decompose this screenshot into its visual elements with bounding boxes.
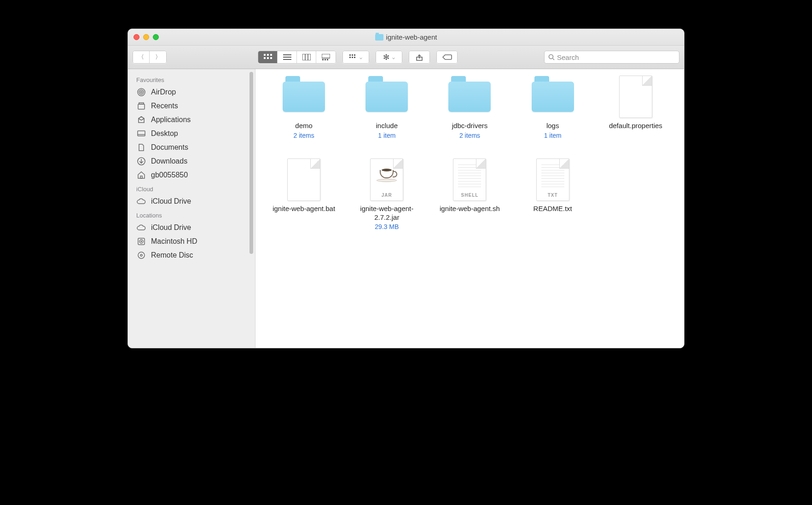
file-name: jdbc-drivers <box>452 122 488 130</box>
folder-icon <box>375 34 383 41</box>
file-item[interactable]: demo 2 items <box>265 76 343 139</box>
svg-rect-33 <box>138 131 145 136</box>
chevron-down-icon: ⌵ <box>360 55 362 60</box>
sidebar-item-desktop[interactable]: Desktop <box>128 127 255 141</box>
zoom-window-button[interactable] <box>153 34 159 40</box>
jar-file-icon: JAR <box>370 159 403 201</box>
file-item[interactable]: include 1 item <box>348 76 426 139</box>
svg-line-31 <box>139 118 141 120</box>
sidebar-item-airdrop[interactable]: AirDrop <box>128 85 255 99</box>
shell-file-icon: SHELL <box>453 159 486 201</box>
tag-icon <box>442 54 452 60</box>
file-item[interactable]: jdbc-drivers 2 items <box>430 76 509 139</box>
back-button[interactable]: 〈 <box>133 51 150 63</box>
share-button[interactable] <box>409 51 430 64</box>
svg-point-40 <box>141 241 142 242</box>
action-menu-button[interactable]: ✻ ⌵ <box>376 51 402 64</box>
svg-point-24 <box>549 55 553 59</box>
file-name: ignite-web-agent.bat <box>273 205 335 213</box>
svg-rect-3 <box>264 57 266 59</box>
finder-window: ignite-web-agent 〈 〉 <box>128 29 684 348</box>
icon-view-button[interactable] <box>258 51 278 63</box>
window-body: Favourites AirDrop Recents Applications … <box>128 69 684 348</box>
close-window-button[interactable] <box>133 34 139 40</box>
search-icon <box>548 54 555 60</box>
svg-rect-1 <box>267 54 269 56</box>
sidebar-item-macintosh-hd[interactable]: Macintosh HD <box>128 235 255 248</box>
downloads-icon <box>136 157 146 165</box>
toolbar: 〈 〉 ⌵ <box>128 46 684 69</box>
svg-rect-2 <box>270 54 272 56</box>
svg-rect-19 <box>349 57 351 58</box>
sidebar-item-recents[interactable]: Recents <box>128 99 255 113</box>
search-input[interactable] <box>557 53 675 61</box>
file-item[interactable]: ignite-web-agent.bat <box>265 159 343 231</box>
svg-rect-0 <box>264 54 266 56</box>
window-title-text: ignite-web-agent <box>386 33 437 41</box>
sidebar-item-documents[interactable]: Documents <box>128 141 255 154</box>
file-name: logs <box>546 122 559 130</box>
chevron-right-icon: 〉 <box>155 53 161 61</box>
window-controls <box>133 34 159 40</box>
list-view-button[interactable] <box>278 51 297 63</box>
gallery-view-button[interactable] <box>316 51 336 63</box>
folder-icon <box>448 82 491 112</box>
svg-rect-16 <box>349 54 351 56</box>
svg-rect-14 <box>325 59 326 60</box>
svg-point-41 <box>138 252 145 258</box>
group-by-button[interactable]: ⌵ <box>342 51 369 64</box>
file-item[interactable]: TXT README.txt <box>514 159 592 231</box>
file-subtitle: 1 item <box>544 132 562 139</box>
svg-rect-30 <box>139 103 144 104</box>
sidebar-item-downloads[interactable]: Downloads <box>128 154 255 168</box>
file-name: ignite-web-agent-2.7.2.jar <box>350 205 423 222</box>
svg-rect-18 <box>354 54 355 56</box>
file-icon <box>287 159 320 201</box>
svg-rect-20 <box>352 57 353 58</box>
airdrop-icon <box>136 88 146 96</box>
sidebar-section-icloud: iCloud <box>128 182 255 194</box>
sidebar-item-home[interactable]: gb0055850 <box>128 168 255 182</box>
svg-point-27 <box>139 90 144 94</box>
file-name: include <box>376 122 398 130</box>
sidebar-item-label: Downloads <box>151 157 187 165</box>
sidebar-item-remote-disc[interactable]: Remote Disc <box>128 248 255 262</box>
svg-rect-21 <box>354 57 355 58</box>
file-name: default.properties <box>609 122 662 130</box>
svg-rect-5 <box>270 57 272 59</box>
column-view-button[interactable] <box>297 51 316 63</box>
txt-file-icon: TXT <box>536 159 569 201</box>
svg-rect-4 <box>267 57 269 59</box>
file-item[interactable]: SHELL ignite-web-agent.sh <box>430 159 509 231</box>
file-item[interactable]: JAR ignite-web-agent-2.7.2.jar 29.3 MB <box>348 159 426 231</box>
file-item[interactable]: default.properties <box>597 76 675 139</box>
sidebar-item-icloud-drive-loc[interactable]: iCloud Drive <box>128 221 255 235</box>
desktop-icon <box>136 129 146 138</box>
file-item[interactable]: logs 1 item <box>514 76 592 139</box>
sidebar-item-applications[interactable]: Applications <box>128 113 255 127</box>
cloud-icon <box>136 224 146 231</box>
sidebar-item-label: Recents <box>151 102 178 110</box>
view-mode-switcher <box>258 51 336 64</box>
svg-line-25 <box>553 59 554 60</box>
file-name: demo <box>295 122 313 130</box>
scrollbar[interactable] <box>249 72 253 254</box>
svg-rect-29 <box>138 104 145 109</box>
minimize-window-button[interactable] <box>143 34 149 40</box>
file-name: ignite-web-agent.sh <box>440 205 500 213</box>
cloud-icon <box>136 198 146 205</box>
svg-point-42 <box>140 254 142 256</box>
disc-icon <box>136 251 146 259</box>
svg-line-32 <box>141 118 144 120</box>
recents-icon <box>136 102 146 110</box>
search-field[interactable] <box>544 51 679 64</box>
applications-icon <box>136 116 146 124</box>
sidebar-item-icloud-drive[interactable]: iCloud Drive <box>128 194 255 208</box>
titlebar: ignite-web-agent <box>128 29 684 46</box>
forward-button[interactable]: 〉 <box>150 51 166 63</box>
file-grid: demo 2 items include 1 item jdbc-drivers… <box>255 69 684 348</box>
folder-icon <box>532 82 574 112</box>
tags-button[interactable] <box>436 51 458 64</box>
file-subtitle: 1 item <box>378 132 395 139</box>
window-title: ignite-web-agent <box>128 33 684 41</box>
